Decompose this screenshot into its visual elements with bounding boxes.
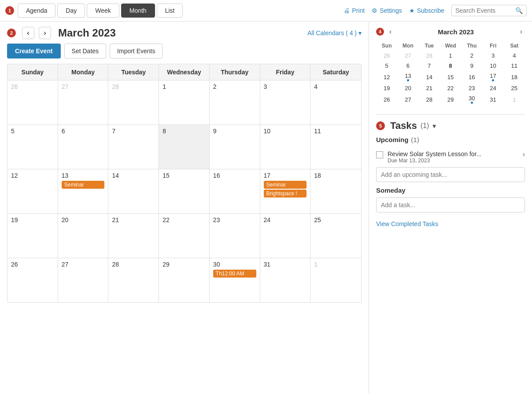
add-upcoming-task-input[interactable] — [376, 167, 525, 182]
tab-day[interactable]: Day — [57, 4, 85, 18]
tasks-chevron-icon[interactable]: ▾ — [432, 122, 436, 130]
mini-day-cell[interactable]: 13 — [397, 71, 418, 83]
cal-cell[interactable]: 26 — [7, 80, 58, 124]
cal-cell[interactable]: 1 — [159, 80, 210, 124]
print-button[interactable]: 🖨 Print — [344, 7, 365, 14]
cal-cell[interactable]: 15 — [159, 169, 210, 213]
mini-day-cell[interactable]: 26 — [376, 93, 397, 106]
mini-day-cell[interactable]: 20 — [397, 83, 418, 93]
cal-week: 2627281234 — [7, 80, 361, 125]
cal-cell[interactable]: 20 — [58, 214, 109, 258]
mini-day-cell[interactable]: 16 — [461, 71, 482, 83]
mini-day-cell[interactable]: 7 — [419, 61, 440, 71]
cal-cell[interactable]: 28 — [108, 258, 159, 302]
cal-cell[interactable]: 28 — [108, 80, 159, 124]
cal-cell[interactable]: 2 — [210, 80, 260, 124]
cal-cell[interactable]: 4 — [310, 80, 361, 124]
event-pill[interactable]: Th12:00 AM — [213, 270, 256, 278]
mini-day-cell[interactable]: 3 — [482, 51, 503, 61]
mini-day-cell[interactable]: 8 — [440, 61, 461, 71]
mini-day-cell[interactable]: 9 — [461, 61, 482, 71]
cal-cell[interactable]: 11 — [310, 125, 361, 169]
cal-cell[interactable]: 10 — [260, 125, 311, 169]
view-completed-link[interactable]: View Completed Tasks — [376, 220, 525, 227]
mini-day-cell[interactable]: 4 — [504, 51, 525, 61]
cal-cell[interactable]: 16 — [210, 169, 260, 213]
cal-cell[interactable]: 21 — [108, 214, 159, 258]
tab-agenda[interactable]: Agenda — [18, 4, 55, 18]
mini-day-cell[interactable]: 12 — [376, 71, 397, 83]
next-month-button[interactable]: › — [39, 27, 51, 39]
mini-day-cell[interactable]: 14 — [419, 71, 440, 83]
event-pill[interactable]: Seminar — [264, 181, 307, 189]
mini-day-cell[interactable]: 11 — [504, 61, 525, 71]
create-event-button[interactable]: Create Event — [7, 44, 61, 59]
all-calendars-button[interactable]: All Calendars ( 4 ) ▾ — [307, 29, 362, 37]
mini-day-cell[interactable]: 29 — [440, 93, 461, 106]
cal-cell[interactable]: 18 — [310, 169, 361, 213]
mini-day-cell[interactable]: 6 — [397, 61, 418, 71]
mini-day-cell[interactable]: 17 — [482, 71, 503, 83]
settings-button[interactable]: ⚙ Settings — [372, 7, 402, 14]
cal-cell[interactable]: 5 — [7, 125, 58, 169]
mini-day-cell[interactable]: 10 — [482, 61, 503, 71]
cal-cell[interactable]: 29 — [159, 258, 210, 302]
cal-cell[interactable]: 3 — [260, 80, 311, 124]
cal-cell[interactable]: 27 — [58, 80, 109, 124]
event-pill[interactable]: Brightspace ! — [264, 190, 307, 198]
mini-day-cell[interactable]: 21 — [419, 83, 440, 93]
mini-day-cell[interactable]: 2 — [461, 51, 482, 61]
cal-cell[interactable]: 25 — [310, 214, 361, 258]
search-box[interactable]: 🔍 — [451, 5, 527, 16]
tab-week[interactable]: Week — [87, 4, 119, 18]
cal-cell[interactable]: 30Th12:00 AM — [210, 258, 260, 302]
mini-day-cell[interactable]: 1 — [440, 51, 461, 61]
mini-day-cell[interactable]: 26 — [376, 51, 397, 61]
cal-cell[interactable]: 7 — [108, 125, 159, 169]
mini-prev-button[interactable]: ‹ — [387, 27, 394, 37]
mini-day-cell[interactable]: 22 — [440, 83, 461, 93]
tab-month[interactable]: Month — [121, 4, 155, 18]
mini-day-cell[interactable]: 25 — [504, 83, 525, 93]
mini-day-cell[interactable]: 23 — [461, 83, 482, 93]
cal-cell[interactable]: 22 — [159, 214, 210, 258]
search-input[interactable] — [455, 7, 513, 14]
mini-next-button[interactable]: › — [517, 27, 525, 37]
mini-day-cell[interactable]: 28 — [419, 51, 440, 61]
mini-day-cell[interactable]: 5 — [376, 61, 397, 71]
task-detail-arrow[interactable]: › — [523, 150, 525, 158]
cal-cell[interactable]: 8 — [159, 125, 210, 169]
cal-cell[interactable]: 31 — [260, 258, 311, 302]
mini-day-cell[interactable]: 1 — [504, 93, 525, 106]
cal-cell[interactable]: 27 — [58, 258, 109, 302]
mini-day-cell[interactable]: 30 — [461, 93, 482, 106]
cal-cell[interactable]: 13Seminar — [58, 169, 109, 213]
mini-day-cell[interactable]: 15 — [440, 71, 461, 83]
mini-day-cell[interactable]: 28 — [419, 93, 440, 106]
cal-cell[interactable]: 17SeminarBrightspace ! — [260, 169, 311, 213]
event-pill[interactable]: Seminar — [62, 181, 105, 189]
import-events-button[interactable]: Import Events — [110, 44, 163, 59]
set-dates-button[interactable]: Set Dates — [64, 44, 106, 59]
cal-cell[interactable]: 24 — [260, 214, 311, 258]
cal-cell[interactable]: 14 — [108, 169, 159, 213]
cal-cell[interactable]: 9 — [210, 125, 260, 169]
cal-cell[interactable]: 23 — [210, 214, 260, 258]
mini-day-cell[interactable]: 19 — [376, 83, 397, 93]
add-someday-task-input[interactable] — [376, 198, 525, 212]
task-checkbox[interactable] — [376, 151, 383, 158]
cal-cell[interactable]: 12 — [7, 169, 58, 213]
mini-day-cell[interactable]: 24 — [482, 83, 503, 93]
mini-day-cell[interactable]: 27 — [397, 51, 418, 61]
mini-day-cell[interactable]: 27 — [397, 93, 418, 106]
day-number: 20 — [62, 216, 105, 223]
cal-cell[interactable]: 1 — [310, 258, 361, 302]
mini-day-cell[interactable]: 18 — [504, 71, 525, 83]
prev-month-button[interactable]: ‹ — [22, 27, 34, 39]
cal-cell[interactable]: 6 — [58, 125, 109, 169]
cal-cell[interactable]: 26 — [7, 258, 58, 302]
mini-day-cell[interactable]: 31 — [482, 93, 503, 106]
subscribe-button[interactable]: ★ Subscribe — [409, 7, 444, 14]
cal-cell[interactable]: 19 — [7, 214, 58, 258]
tab-list[interactable]: List — [157, 4, 183, 18]
